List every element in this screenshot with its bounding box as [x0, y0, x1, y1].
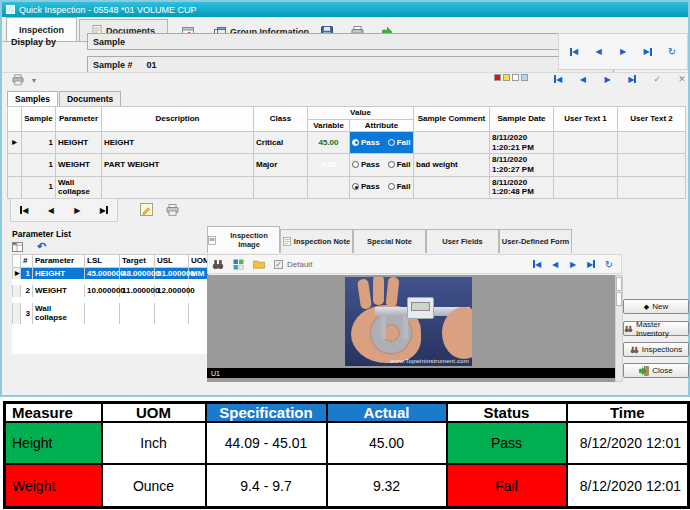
- legend-red-swatch: [494, 74, 501, 81]
- nav-last-button[interactable]: ▶: [96, 203, 112, 217]
- display-by-value: Sample: [93, 37, 125, 47]
- cell-date: 8/11/2020 1:20:27 PM: [490, 154, 554, 176]
- col-variable[interactable]: Variable: [308, 119, 350, 132]
- fail-radio[interactable]: [388, 139, 395, 146]
- image-nav-buttons: ◀ ◀ ▶ ▶ ↻: [529, 257, 617, 271]
- tab-inspection-image[interactable]: Inspection Image: [207, 226, 280, 253]
- print-small-icon[interactable]: [164, 202, 180, 217]
- nav-first-button[interactable]: ◀: [16, 203, 32, 217]
- col-uom[interactable]: UOM: [189, 255, 209, 268]
- table-row[interactable]: 1 WEIGHT PART WEIGHT Major 9.50 PassFail…: [8, 154, 686, 176]
- fail-radio[interactable]: [388, 183, 395, 190]
- fit-image-icon[interactable]: [233, 259, 244, 270]
- pass-radio[interactable]: [352, 161, 359, 168]
- table-row[interactable]: ▶ 1 HEIGHT HEIGHT Critical 45.00 PassFai…: [8, 132, 686, 154]
- col-num[interactable]: #: [21, 255, 33, 268]
- list-item[interactable]: 3 Wall collapse: [13, 300, 209, 327]
- nav-next-button[interactable]: ▶: [600, 72, 616, 86]
- image-scrollbar[interactable]: [615, 275, 623, 382]
- refresh-icon[interactable]: ↻: [601, 257, 617, 271]
- nav-prev-button[interactable]: ◀: [575, 72, 591, 86]
- refresh-icon[interactable]: ↻: [664, 45, 680, 59]
- nav-next-button[interactable]: ▶: [69, 203, 85, 217]
- undo-icon[interactable]: ↶: [37, 240, 46, 253]
- col-sample-date[interactable]: Sample Date: [490, 107, 554, 132]
- table-row: Height Inch 44.09 - 45.01 45.00 Pass 8/1…: [5, 422, 689, 464]
- cell-class: Major: [254, 154, 308, 176]
- pass-radio[interactable]: [352, 183, 359, 190]
- master-inventory-button[interactable]: Master Inventory: [623, 321, 689, 336]
- table-row[interactable]: 1 Wall collapse PassFail 8/11/2020 1:20:…: [8, 176, 686, 198]
- caliper-display: [407, 297, 434, 319]
- tab-user-fields[interactable]: User Fields: [426, 229, 499, 253]
- cell-uom: Ounce: [102, 464, 206, 507]
- window-title: Quick Inspection - 05548 *01 VOLUME CUP: [19, 5, 197, 15]
- tab-user-defined-form[interactable]: User-Defined Form: [499, 229, 572, 253]
- nav-next-button[interactable]: ▶: [565, 257, 581, 271]
- new-button[interactable]: ◆ New: [623, 299, 689, 314]
- list-item[interactable]: ▶ 1 HEIGHT 45.000000 48.000000 51.000000…: [13, 267, 209, 282]
- find-binoculars-icon[interactable]: [212, 259, 224, 270]
- col-value[interactable]: Value: [308, 107, 414, 120]
- default-checkbox[interactable]: ✓: [274, 260, 283, 269]
- col-sample[interactable]: Sample: [22, 107, 56, 132]
- cancel-x-icon[interactable]: ✕: [674, 72, 690, 86]
- status-badge: Pass: [447, 422, 567, 464]
- cell-sample: 1: [22, 132, 56, 154]
- col-description[interactable]: Description: [102, 107, 254, 132]
- col-sample-comment[interactable]: Sample Comment: [414, 107, 490, 132]
- col-parameter[interactable]: Parameter: [33, 255, 85, 268]
- finger-shape: [385, 277, 399, 307]
- print-dropdown-chevron-icon[interactable]: ▾: [32, 76, 36, 85]
- col-attribute[interactable]: Attribute: [350, 119, 414, 132]
- app-icon: [6, 5, 15, 14]
- fail-radio[interactable]: [388, 161, 395, 168]
- col-user-text1[interactable]: User Text 1: [554, 107, 618, 132]
- inspection-image-viewport[interactable]: www.Topwininstrument.com U1: [207, 275, 615, 382]
- cell-variable[interactable]: [308, 176, 350, 198]
- col-parameter[interactable]: Parameter: [56, 107, 102, 132]
- nav-prev-button[interactable]: ◀: [547, 257, 563, 271]
- edit-pencil-icon[interactable]: [138, 202, 154, 217]
- col-target[interactable]: Target: [120, 255, 155, 268]
- cell-variable[interactable]: 9.50: [308, 154, 350, 176]
- cell-variable[interactable]: 45.00: [308, 132, 350, 154]
- cell-target: 11.000000: [120, 282, 155, 300]
- nav-prev-button[interactable]: ◀: [591, 45, 607, 59]
- cell-description: HEIGHT: [102, 132, 254, 154]
- tab-inspection-note[interactable]: Inspection Note: [280, 229, 353, 253]
- nav-prev-button[interactable]: ◀: [43, 203, 59, 217]
- cell-description: PART WEIGHT: [102, 154, 254, 176]
- cell-usl: 51.000000: [155, 267, 189, 282]
- tab-special-note[interactable]: Special Note: [353, 229, 426, 253]
- display-by-combo[interactable]: Sample ▾: [87, 33, 614, 50]
- inspections-button[interactable]: Inspections: [623, 342, 689, 357]
- folder-icon[interactable]: [253, 259, 265, 269]
- close-button[interactable]: Close: [623, 363, 689, 378]
- tab-samples[interactable]: Samples: [7, 91, 58, 106]
- col-user-text2[interactable]: User Text 2: [618, 107, 686, 132]
- col-status: Status: [447, 403, 567, 423]
- layout-grid-icon[interactable]: [12, 242, 23, 252]
- record-nav-group: ◀ ◀ ▶ ▶ ↻: [558, 33, 688, 70]
- nav-last-button[interactable]: ▶: [624, 72, 640, 86]
- nav-first-button[interactable]: ◀: [550, 72, 566, 86]
- nav-first-button[interactable]: ◀: [529, 257, 545, 271]
- finger-shape: [373, 277, 384, 305]
- sample-number-combo[interactable]: Sample # 01 ▾: [87, 56, 614, 73]
- fail-radio-label: Fail: [397, 138, 411, 147]
- nav-last-button[interactable]: ▶: [583, 257, 599, 271]
- nav-first-button[interactable]: ◀: [566, 45, 582, 59]
- nav-last-button[interactable]: ▶: [640, 45, 656, 59]
- pass-radio[interactable]: [352, 139, 359, 146]
- col-usl[interactable]: USL: [155, 255, 189, 268]
- image-caption-label: U1: [211, 370, 220, 377]
- col-class[interactable]: Class: [254, 107, 308, 132]
- tab-samples-documents[interactable]: Documents: [59, 91, 121, 106]
- nav-next-button[interactable]: ▶: [615, 45, 631, 59]
- accept-check-icon[interactable]: ✓: [649, 72, 665, 86]
- list-item[interactable]: 2 WEIGHT 10.000000 11.000000 12.000000: [13, 282, 209, 300]
- pass-radio-label: Pass: [361, 138, 380, 148]
- col-lsl[interactable]: LSL: [85, 255, 120, 268]
- print-grid-icon[interactable]: [12, 74, 24, 86]
